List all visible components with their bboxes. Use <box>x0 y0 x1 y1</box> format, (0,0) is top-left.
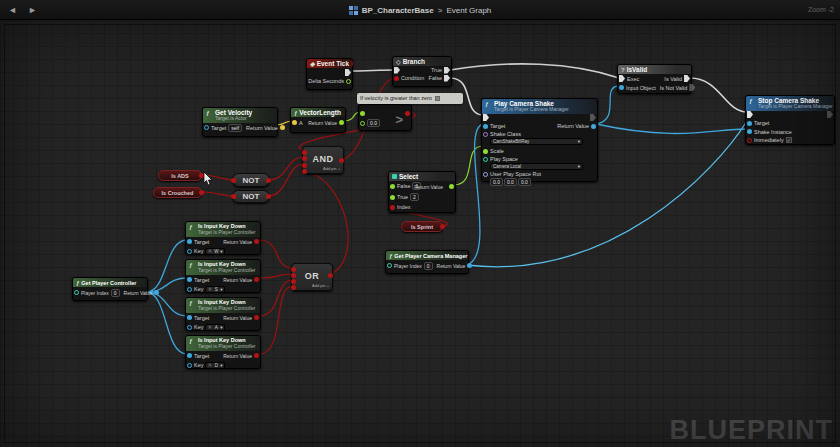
and-in4-pin[interactable] <box>302 169 307 174</box>
target-pin[interactable] <box>747 121 752 126</box>
target-pin[interactable] <box>187 239 192 244</box>
exec-in-pin[interactable] <box>619 75 625 82</box>
return-pin[interactable] <box>339 120 344 125</box>
input-object-pin[interactable] <box>619 85 624 90</box>
rot-x-value[interactable]: 0.0 <box>490 178 503 186</box>
and-in2-pin[interactable] <box>302 156 307 161</box>
select-true-value[interactable]: 2 <box>410 193 419 201</box>
target-value[interactable]: self <box>228 124 242 132</box>
exec-out-pin[interactable] <box>590 114 596 121</box>
key-pin[interactable] <box>187 249 192 254</box>
compare-out-pin[interactable] <box>405 111 410 116</box>
return-pin[interactable] <box>254 353 259 358</box>
player-index-pin[interactable] <box>387 263 392 268</box>
not-in-pin[interactable] <box>231 194 236 199</box>
rot-z-value[interactable]: 0.0 <box>518 178 531 186</box>
breadcrumb-asset[interactable]: BP_CharacterBase <box>362 6 434 15</box>
node-or[interactable]: OR Add pin + <box>291 263 333 291</box>
node-is-input-key-down-2[interactable]: ƒ Is Input Key Down Target is Player Con… <box>185 259 261 293</box>
return-pin[interactable] <box>254 315 259 320</box>
node-play-camera-shake[interactable]: ƒ Play Camera Shake Target is Player Cam… <box>481 98 598 182</box>
shake-class-dropdown[interactable]: CamShakeBillRay ▾ <box>490 138 583 145</box>
key-dropdown[interactable]: D ▾ <box>205 362 225 369</box>
return-pin[interactable] <box>254 239 259 244</box>
is-crouched-out-pin[interactable] <box>199 190 204 195</box>
node-branch[interactable]: ◇ Branch True Condition False <box>392 56 452 87</box>
condition-pin[interactable] <box>394 76 399 81</box>
compare-b-pin[interactable] <box>360 121 365 126</box>
key-dropdown[interactable]: W ▾ <box>205 248 225 255</box>
select-true-pin[interactable] <box>390 195 395 200</box>
or-in3-pin[interactable] <box>291 279 296 284</box>
exec-out-pin[interactable] <box>827 111 833 118</box>
not-in-pin[interactable] <box>231 178 236 183</box>
node-not-2[interactable]: NOT <box>232 190 270 203</box>
exec-in-pin[interactable] <box>483 114 489 121</box>
shake-instance-pin[interactable] <box>747 129 752 134</box>
return-pin[interactable] <box>154 290 159 295</box>
key-dropdown[interactable]: S ▾ <box>205 286 225 293</box>
a-pin[interactable] <box>292 120 297 125</box>
and-in3-pin[interactable] <box>302 163 307 168</box>
node-get-player-camera-manager[interactable]: ƒ Get Player Camera Manager Player Index… <box>385 250 469 274</box>
target-pin[interactable] <box>187 277 192 282</box>
immediately-checkbox[interactable]: ✓ <box>786 137 792 143</box>
target-pin[interactable] <box>483 124 488 129</box>
is-valid-exec-pin[interactable] <box>684 75 690 82</box>
node-greater-than[interactable]: > 0.0 <box>358 104 412 131</box>
scale-pin[interactable] <box>483 149 488 154</box>
return-pin[interactable] <box>280 125 285 130</box>
key-pin[interactable] <box>187 287 192 292</box>
delta-seconds-pin[interactable] <box>346 79 351 84</box>
not-out-pin[interactable] <box>266 178 271 183</box>
play-space-dropdown[interactable]: Camera Local ▾ <box>490 163 583 170</box>
and-add-pin[interactable]: Add pin + <box>323 166 340 171</box>
node-and[interactable]: AND Add pin + <box>302 146 344 174</box>
select-return-pin[interactable] <box>449 184 454 189</box>
node-event-tick[interactable]: ◆ Event Tick Delta Seconds <box>306 58 353 90</box>
or-in1-pin[interactable] <box>291 267 296 272</box>
node-is-input-key-down-4[interactable]: ƒ Is Input Key Down Target is Player Con… <box>185 335 261 369</box>
node-comment[interactable]: If velocity is greater than zero <box>357 93 463 104</box>
select-false-pin[interactable] <box>390 184 395 189</box>
exec-in-pin[interactable] <box>394 67 400 74</box>
key-pin[interactable] <box>187 363 192 368</box>
node-isvalid[interactable]: ? IsValid Exec Is Valid Input Object Is … <box>617 64 692 94</box>
event-graph-canvas[interactable]: BLUEPRINT <box>0 20 840 447</box>
node-not-1[interactable]: NOT <box>232 173 270 187</box>
user-play-space-rot-pin[interactable] <box>483 172 488 177</box>
node-get-is-sprint[interactable]: Is Sprint <box>401 221 443 232</box>
comment-note-icon[interactable] <box>435 96 440 101</box>
return-pin[interactable] <box>254 277 259 282</box>
exec-out-pin[interactable] <box>345 69 351 76</box>
node-get-player-controller[interactable]: ƒ Get Player Controller Player Index 0 R… <box>72 277 148 301</box>
target-pin[interactable] <box>187 315 192 320</box>
or-add-pin[interactable]: Add pin + <box>312 283 329 288</box>
node-is-input-key-down-3[interactable]: ƒ Is Input Key Down Target is Player Con… <box>185 297 261 331</box>
return-pin[interactable] <box>591 124 596 129</box>
immediately-pin[interactable] <box>747 138 752 143</box>
or-out-pin[interactable] <box>328 273 333 278</box>
true-exec-pin[interactable] <box>444 67 450 74</box>
select-index-pin[interactable] <box>390 205 395 210</box>
node-get-is-crouched[interactable]: Is Crouched <box>153 187 202 198</box>
and-out-pin[interactable] <box>339 158 344 163</box>
or-in2-pin[interactable] <box>291 273 296 278</box>
player-index-pin[interactable] <box>74 290 79 295</box>
node-select[interactable]: Select False 1 Return Value True 2 Index <box>388 171 456 213</box>
compare-b-value[interactable]: 0.0 <box>367 119 380 127</box>
not-out-pin[interactable] <box>266 194 271 199</box>
return-pin[interactable] <box>467 263 472 268</box>
player-index-value[interactable]: 0 <box>111 289 120 297</box>
node-get-velocity[interactable]: ƒ Get Velocity Target is Actor Target se… <box>202 107 278 137</box>
key-pin[interactable] <box>187 325 192 330</box>
node-vector-length[interactable]: ƒ VectorLength A Return Value <box>290 107 346 133</box>
node-is-input-key-down-1[interactable]: ƒ Is Input Key Down Target is Player Con… <box>185 221 261 255</box>
shake-class-pin[interactable] <box>483 132 488 137</box>
false-exec-pin[interactable] <box>444 75 450 82</box>
and-in1-pin[interactable] <box>302 150 307 155</box>
node-stop-camera-shake[interactable]: ƒ Stop Camera Shake Target is Player Cam… <box>745 95 835 145</box>
target-pin[interactable] <box>187 353 192 358</box>
or-in4-pin[interactable] <box>291 285 296 290</box>
key-dropdown[interactable]: A ▾ <box>205 324 225 331</box>
